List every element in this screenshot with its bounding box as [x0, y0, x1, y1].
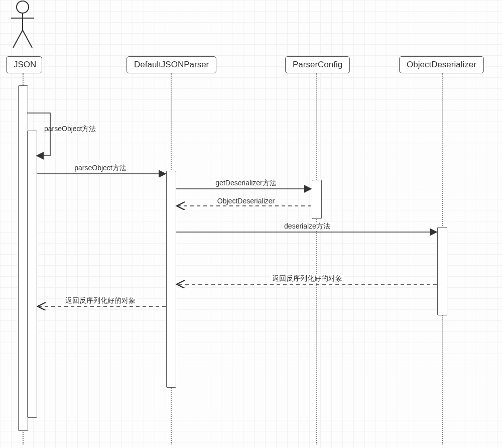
message-label: ObjectDeserializer — [217, 197, 275, 205]
msg-return-obj-1: 返回反序列化好的对象 — [270, 274, 344, 283]
participant-json: JSON — [6, 56, 42, 73]
msg-return-obj-2: 返回反序列化好的对象 — [63, 296, 138, 305]
participant-label: JSON — [14, 60, 36, 69]
msg-return-objectdeserializer: ObjectDeserializer — [215, 197, 277, 205]
message-label: 返回反序列化好的对象 — [272, 274, 342, 282]
msg-self-parseobject: parseObject方法 — [42, 125, 98, 134]
participant-default-json-parser: DefaultJSONParser — [127, 56, 216, 73]
activation-parser-config — [312, 180, 322, 219]
svg-point-0 — [17, 1, 29, 13]
participant-label: ObjectDeserializer — [407, 60, 476, 69]
lifeline-parser-config — [316, 73, 317, 444]
message-label: parseObject方法 — [74, 164, 126, 172]
msg-parseobject: parseObject方法 — [72, 164, 128, 173]
message-label: deserialze方法 — [284, 222, 330, 230]
svg-line-3 — [13, 30, 23, 48]
actor-icon — [10, 0, 35, 52]
activation-json-outer — [18, 85, 28, 431]
activation-default-json-parser — [166, 171, 176, 388]
message-label: parseObject方法 — [44, 125, 96, 133]
activation-json-inner — [27, 131, 37, 418]
message-label: 返回反序列化好的对象 — [65, 296, 136, 304]
msg-getdeserializer: getDeserializer方法 — [213, 179, 278, 188]
msg-deserialze: deserialze方法 — [282, 222, 332, 231]
participant-parser-config: ParserConfig — [285, 56, 350, 73]
svg-line-4 — [23, 30, 32, 48]
message-label: getDeserializer方法 — [215, 179, 276, 187]
activation-object-deserializer — [437, 227, 447, 315]
participant-label: ParserConfig — [293, 60, 342, 69]
participant-label: DefaultJSONParser — [134, 60, 209, 69]
participant-object-deserializer: ObjectDeserializer — [399, 56, 484, 73]
sequence-diagram: JSON DefaultJSONParser ParserConfig Obje… — [0, 0, 502, 448]
